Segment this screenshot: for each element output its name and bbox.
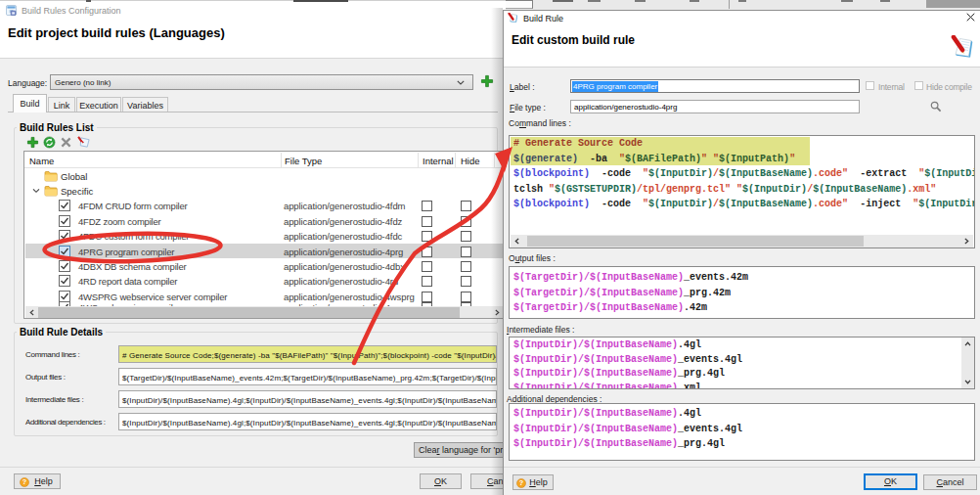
svg-text:?: ? [22,477,27,486]
svg-text:?: ? [519,478,524,487]
